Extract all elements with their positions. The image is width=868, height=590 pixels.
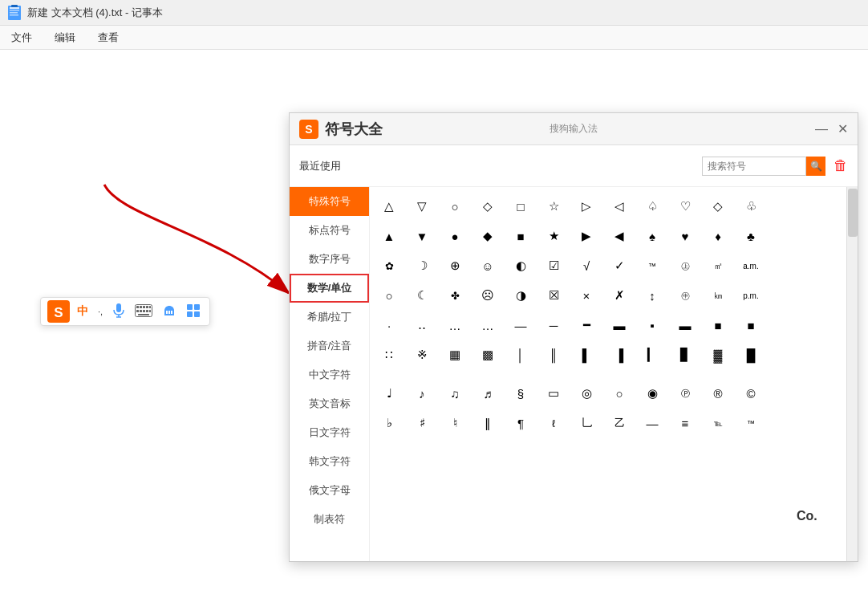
search-button[interactable]: 🔍: [806, 157, 825, 176]
ime-voice-btn[interactable]: [110, 302, 128, 322]
symbol-cell[interactable]: ℓ: [537, 409, 570, 437]
symbol-cell[interactable]: ㊥: [669, 281, 701, 310]
symbol-cell[interactable]: ™: [735, 409, 767, 437]
symbol-cell[interactable]: ▐: [603, 340, 635, 369]
sidebar-item-ipa[interactable]: 英文音标: [290, 389, 369, 418]
symbol-cell[interactable]: —: [636, 409, 668, 437]
symbol-cell[interactable]: ♥: [669, 222, 701, 250]
symbol-cell[interactable]: ☺: [472, 251, 504, 280]
symbol-cell[interactable]: ♭: [373, 409, 405, 437]
symbol-cell[interactable]: ℡: [702, 409, 734, 437]
symbol-cell[interactable]: ▊: [669, 340, 701, 369]
sidebar-item-korean[interactable]: 韩文字符: [290, 447, 369, 476]
symbol-cell[interactable]: ㎞: [702, 281, 734, 310]
symbol-cell[interactable]: ▦: [439, 340, 471, 369]
sidebar-item-japanese[interactable]: 日文字符: [290, 418, 369, 447]
sidebar-item-punct[interactable]: 标点符号: [290, 216, 369, 245]
ime-grid-btn[interactable]: [184, 302, 203, 322]
sidebar-item-russian[interactable]: 俄文字母: [290, 476, 369, 505]
symbol-cell[interactable]: ○: [603, 379, 635, 408]
symbol-cell[interactable]: ㎡: [702, 251, 734, 280]
symbol-cell[interactable]: ○: [373, 281, 405, 310]
symbol-cell[interactable]: ✿: [373, 251, 405, 280]
symbol-cell[interactable]: ◎: [570, 379, 602, 408]
symbol-cell[interactable]: ▼: [406, 222, 438, 250]
symbol-cell[interactable]: 乙: [603, 409, 635, 437]
symbol-cell[interactable]: ✤: [439, 281, 471, 310]
symbol-cell[interactable]: ∷: [373, 340, 405, 369]
symbol-cell[interactable]: █: [735, 340, 767, 369]
symbol-cell[interactable]: ♧: [735, 192, 767, 221]
symbol-cell[interactable]: ♪: [406, 379, 438, 408]
symbol-cell[interactable]: ®: [702, 379, 734, 408]
symbol-cell[interactable]: ◀: [603, 222, 635, 250]
symbol-cell[interactable]: ●: [439, 222, 471, 250]
symbol-cell[interactable]: ▌: [570, 340, 602, 369]
sidebar-item-greek[interactable]: 希腊/拉丁: [290, 303, 369, 332]
search-input[interactable]: [702, 157, 806, 176]
symbol-cell[interactable]: §: [505, 379, 537, 408]
symbol-cell[interactable]: p.m.: [735, 281, 767, 310]
symbol-cell[interactable]: …: [472, 311, 504, 340]
symbol-cell[interactable]: ♦: [702, 222, 734, 250]
symbol-cell[interactable]: ━: [570, 311, 602, 340]
symbol-cell[interactable]: ♫: [439, 379, 471, 408]
symbol-cell[interactable]: ▩: [472, 340, 504, 369]
delete-history-icon[interactable]: 🗑: [834, 157, 848, 174]
symbol-cell[interactable]: ✓: [603, 251, 635, 280]
menu-edit[interactable]: 编辑: [50, 29, 80, 47]
symbol-cell[interactable]: …: [439, 311, 471, 340]
symbol-cell[interactable]: ≡: [669, 409, 701, 437]
symbol-cell[interactable]: ◐: [505, 251, 537, 280]
symbol-cell[interactable]: ▪: [636, 311, 668, 340]
sidebar-item-special[interactable]: 特殊符号: [290, 187, 369, 216]
symbol-cell[interactable]: ║: [537, 340, 570, 369]
menu-view[interactable]: 查看: [93, 29, 124, 47]
symbol-cell[interactable]: ▬: [669, 311, 701, 340]
symbol-cell[interactable]: ▎: [636, 340, 668, 369]
symbol-cell[interactable]: ™: [636, 251, 668, 280]
symbol-cell[interactable]: 乚: [570, 409, 602, 437]
symbol-cell[interactable]: ☽: [406, 251, 438, 280]
symbol-cell[interactable]: ◇: [702, 192, 734, 221]
symbol-cell[interactable]: ◆: [472, 222, 504, 250]
symbol-cell[interactable]: ▽: [406, 192, 438, 221]
symbol-cell[interactable]: ¶: [505, 409, 537, 437]
symbol-cell[interactable]: ♠: [636, 222, 668, 250]
symbol-cell[interactable]: ♮: [439, 409, 471, 437]
scrollbar-thumb[interactable]: [848, 189, 858, 237]
symbol-cell[interactable]: ▶: [570, 222, 602, 250]
symbol-cell[interactable]: ■: [702, 311, 734, 340]
ime-chinese-btn[interactable]: 中: [75, 303, 91, 320]
symbol-cell[interactable]: ─: [537, 311, 570, 340]
symbol-cell[interactable]: ○: [439, 192, 471, 221]
symbol-cell[interactable]: ■: [735, 311, 767, 340]
symbol-cell[interactable]: ☹: [472, 281, 504, 310]
symbol-cell[interactable]: ◉: [636, 379, 668, 408]
symbol-cell[interactable]: ☾: [406, 281, 438, 310]
minimize-button[interactable]: —: [815, 122, 828, 136]
symbol-cell[interactable]: ☑: [537, 251, 570, 280]
symbol-cell[interactable]: ♤: [636, 192, 668, 221]
symbol-cell[interactable]: △: [373, 192, 405, 221]
ime-skin-btn[interactable]: [160, 303, 179, 321]
symbol-cell[interactable]: ↕: [636, 281, 668, 310]
panel-scrollbar[interactable]: [846, 187, 858, 561]
menu-file[interactable]: 文件: [6, 29, 37, 47]
symbol-cell[interactable]: │: [505, 340, 537, 369]
symbol-cell[interactable]: □: [505, 192, 537, 221]
symbol-cell[interactable]: ※: [406, 340, 438, 369]
symbol-cell[interactable]: ♡: [669, 192, 701, 221]
symbol-cell[interactable]: ·: [373, 311, 405, 340]
symbol-cell[interactable]: —: [505, 311, 537, 340]
symbol-cell[interactable]: ▬: [603, 311, 635, 340]
symbol-cell[interactable]: ♩: [373, 379, 405, 408]
symbol-cell[interactable]: Ⓟ: [669, 379, 701, 408]
symbol-cell[interactable]: ‖: [472, 409, 504, 437]
symbol-cell[interactable]: ★: [537, 222, 570, 250]
symbol-cell[interactable]: ©: [735, 379, 767, 408]
symbol-cell[interactable]: ☒: [537, 281, 570, 310]
symbol-cell[interactable]: ◇: [472, 192, 504, 221]
symbol-cell[interactable]: ⊕: [439, 251, 471, 280]
sidebar-item-table[interactable]: 制表符: [290, 505, 369, 534]
